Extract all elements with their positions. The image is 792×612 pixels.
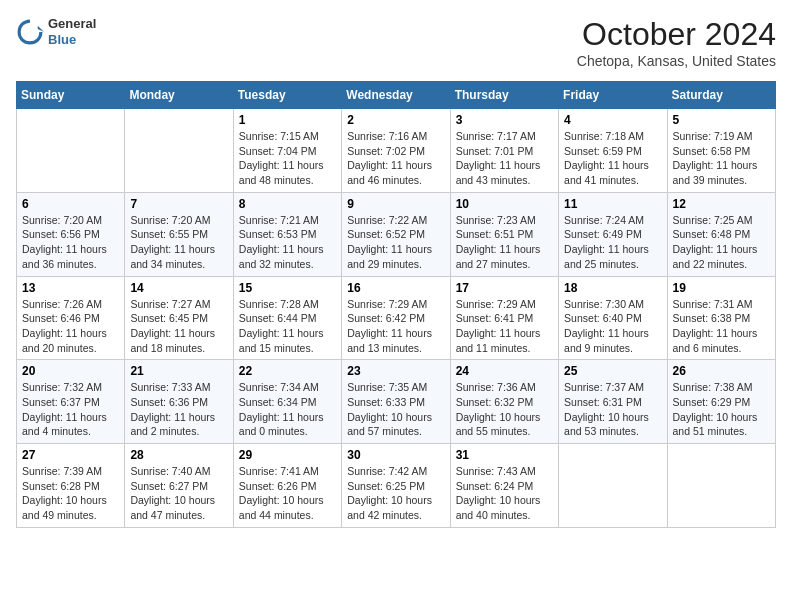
- calendar-cell: 1Sunrise: 7:15 AM Sunset: 7:04 PM Daylig…: [233, 109, 341, 193]
- calendar-cell: 22Sunrise: 7:34 AM Sunset: 6:34 PM Dayli…: [233, 360, 341, 444]
- calendar-cell: 18Sunrise: 7:30 AM Sunset: 6:40 PM Dayli…: [559, 276, 667, 360]
- calendar-cell: 29Sunrise: 7:41 AM Sunset: 6:26 PM Dayli…: [233, 444, 341, 528]
- logo-general: General: [48, 16, 96, 32]
- weekday-header: Friday: [559, 82, 667, 109]
- weekday-header: Thursday: [450, 82, 558, 109]
- day-number: 9: [347, 197, 444, 211]
- weekday-header: Monday: [125, 82, 233, 109]
- calendar-cell: [559, 444, 667, 528]
- day-number: 11: [564, 197, 661, 211]
- day-info: Sunrise: 7:35 AM Sunset: 6:33 PM Dayligh…: [347, 380, 444, 439]
- day-info: Sunrise: 7:31 AM Sunset: 6:38 PM Dayligh…: [673, 297, 770, 356]
- day-info: Sunrise: 7:20 AM Sunset: 6:55 PM Dayligh…: [130, 213, 227, 272]
- day-info: Sunrise: 7:25 AM Sunset: 6:48 PM Dayligh…: [673, 213, 770, 272]
- calendar-cell: 31Sunrise: 7:43 AM Sunset: 6:24 PM Dayli…: [450, 444, 558, 528]
- day-info: Sunrise: 7:41 AM Sunset: 6:26 PM Dayligh…: [239, 464, 336, 523]
- day-info: Sunrise: 7:21 AM Sunset: 6:53 PM Dayligh…: [239, 213, 336, 272]
- calendar-cell: 15Sunrise: 7:28 AM Sunset: 6:44 PM Dayli…: [233, 276, 341, 360]
- calendar-cell: 25Sunrise: 7:37 AM Sunset: 6:31 PM Dayli…: [559, 360, 667, 444]
- weekday-header: Tuesday: [233, 82, 341, 109]
- day-number: 30: [347, 448, 444, 462]
- calendar-cell: 5Sunrise: 7:19 AM Sunset: 6:58 PM Daylig…: [667, 109, 775, 193]
- calendar-cell: 19Sunrise: 7:31 AM Sunset: 6:38 PM Dayli…: [667, 276, 775, 360]
- day-number: 22: [239, 364, 336, 378]
- calendar-cell: 24Sunrise: 7:36 AM Sunset: 6:32 PM Dayli…: [450, 360, 558, 444]
- calendar-cell: [667, 444, 775, 528]
- calendar-cell: [125, 109, 233, 193]
- calendar-week-row: 27Sunrise: 7:39 AM Sunset: 6:28 PM Dayli…: [17, 444, 776, 528]
- logo-blue: Blue: [48, 32, 96, 48]
- day-number: 14: [130, 281, 227, 295]
- calendar-week-row: 1Sunrise: 7:15 AM Sunset: 7:04 PM Daylig…: [17, 109, 776, 193]
- title-area: October 2024 Chetopa, Kansas, United Sta…: [577, 16, 776, 69]
- calendar-cell: 11Sunrise: 7:24 AM Sunset: 6:49 PM Dayli…: [559, 192, 667, 276]
- calendar-cell: 8Sunrise: 7:21 AM Sunset: 6:53 PM Daylig…: [233, 192, 341, 276]
- calendar-cell: 13Sunrise: 7:26 AM Sunset: 6:46 PM Dayli…: [17, 276, 125, 360]
- day-info: Sunrise: 7:39 AM Sunset: 6:28 PM Dayligh…: [22, 464, 119, 523]
- logo-icon: [16, 18, 44, 46]
- calendar-cell: 26Sunrise: 7:38 AM Sunset: 6:29 PM Dayli…: [667, 360, 775, 444]
- calendar-cell: 4Sunrise: 7:18 AM Sunset: 6:59 PM Daylig…: [559, 109, 667, 193]
- logo: General Blue: [16, 16, 96, 47]
- day-number: 6: [22, 197, 119, 211]
- day-number: 10: [456, 197, 553, 211]
- weekday-header: Wednesday: [342, 82, 450, 109]
- day-info: Sunrise: 7:29 AM Sunset: 6:42 PM Dayligh…: [347, 297, 444, 356]
- calendar-cell: 23Sunrise: 7:35 AM Sunset: 6:33 PM Dayli…: [342, 360, 450, 444]
- day-info: Sunrise: 7:42 AM Sunset: 6:25 PM Dayligh…: [347, 464, 444, 523]
- day-info: Sunrise: 7:34 AM Sunset: 6:34 PM Dayligh…: [239, 380, 336, 439]
- day-info: Sunrise: 7:17 AM Sunset: 7:01 PM Dayligh…: [456, 129, 553, 188]
- month-title: October 2024: [577, 16, 776, 53]
- day-number: 4: [564, 113, 661, 127]
- calendar-cell: 9Sunrise: 7:22 AM Sunset: 6:52 PM Daylig…: [342, 192, 450, 276]
- calendar-week-row: 20Sunrise: 7:32 AM Sunset: 6:37 PM Dayli…: [17, 360, 776, 444]
- calendar-cell: 16Sunrise: 7:29 AM Sunset: 6:42 PM Dayli…: [342, 276, 450, 360]
- day-info: Sunrise: 7:28 AM Sunset: 6:44 PM Dayligh…: [239, 297, 336, 356]
- calendar-cell: [17, 109, 125, 193]
- calendar-cell: 3Sunrise: 7:17 AM Sunset: 7:01 PM Daylig…: [450, 109, 558, 193]
- day-info: Sunrise: 7:27 AM Sunset: 6:45 PM Dayligh…: [130, 297, 227, 356]
- day-number: 13: [22, 281, 119, 295]
- day-number: 20: [22, 364, 119, 378]
- day-number: 23: [347, 364, 444, 378]
- calendar-week-row: 13Sunrise: 7:26 AM Sunset: 6:46 PM Dayli…: [17, 276, 776, 360]
- day-number: 29: [239, 448, 336, 462]
- page-header: General Blue October 2024 Chetopa, Kansa…: [16, 16, 776, 69]
- day-number: 24: [456, 364, 553, 378]
- day-number: 17: [456, 281, 553, 295]
- calendar-cell: 2Sunrise: 7:16 AM Sunset: 7:02 PM Daylig…: [342, 109, 450, 193]
- day-info: Sunrise: 7:30 AM Sunset: 6:40 PM Dayligh…: [564, 297, 661, 356]
- day-info: Sunrise: 7:33 AM Sunset: 6:36 PM Dayligh…: [130, 380, 227, 439]
- day-number: 19: [673, 281, 770, 295]
- day-number: 28: [130, 448, 227, 462]
- day-info: Sunrise: 7:32 AM Sunset: 6:37 PM Dayligh…: [22, 380, 119, 439]
- calendar-table: SundayMondayTuesdayWednesdayThursdayFrid…: [16, 81, 776, 528]
- day-info: Sunrise: 7:19 AM Sunset: 6:58 PM Dayligh…: [673, 129, 770, 188]
- calendar-cell: 10Sunrise: 7:23 AM Sunset: 6:51 PM Dayli…: [450, 192, 558, 276]
- day-number: 21: [130, 364, 227, 378]
- day-number: 27: [22, 448, 119, 462]
- day-info: Sunrise: 7:43 AM Sunset: 6:24 PM Dayligh…: [456, 464, 553, 523]
- day-info: Sunrise: 7:38 AM Sunset: 6:29 PM Dayligh…: [673, 380, 770, 439]
- day-info: Sunrise: 7:20 AM Sunset: 6:56 PM Dayligh…: [22, 213, 119, 272]
- day-number: 31: [456, 448, 553, 462]
- calendar-week-row: 6Sunrise: 7:20 AM Sunset: 6:56 PM Daylig…: [17, 192, 776, 276]
- day-info: Sunrise: 7:24 AM Sunset: 6:49 PM Dayligh…: [564, 213, 661, 272]
- calendar-cell: 28Sunrise: 7:40 AM Sunset: 6:27 PM Dayli…: [125, 444, 233, 528]
- day-number: 8: [239, 197, 336, 211]
- day-number: 16: [347, 281, 444, 295]
- day-info: Sunrise: 7:26 AM Sunset: 6:46 PM Dayligh…: [22, 297, 119, 356]
- day-number: 12: [673, 197, 770, 211]
- calendar-cell: 27Sunrise: 7:39 AM Sunset: 6:28 PM Dayli…: [17, 444, 125, 528]
- day-number: 18: [564, 281, 661, 295]
- location: Chetopa, Kansas, United States: [577, 53, 776, 69]
- weekday-header: Sunday: [17, 82, 125, 109]
- day-number: 26: [673, 364, 770, 378]
- calendar-cell: 17Sunrise: 7:29 AM Sunset: 6:41 PM Dayli…: [450, 276, 558, 360]
- day-number: 1: [239, 113, 336, 127]
- day-number: 25: [564, 364, 661, 378]
- day-number: 5: [673, 113, 770, 127]
- day-info: Sunrise: 7:15 AM Sunset: 7:04 PM Dayligh…: [239, 129, 336, 188]
- calendar-cell: 21Sunrise: 7:33 AM Sunset: 6:36 PM Dayli…: [125, 360, 233, 444]
- day-number: 3: [456, 113, 553, 127]
